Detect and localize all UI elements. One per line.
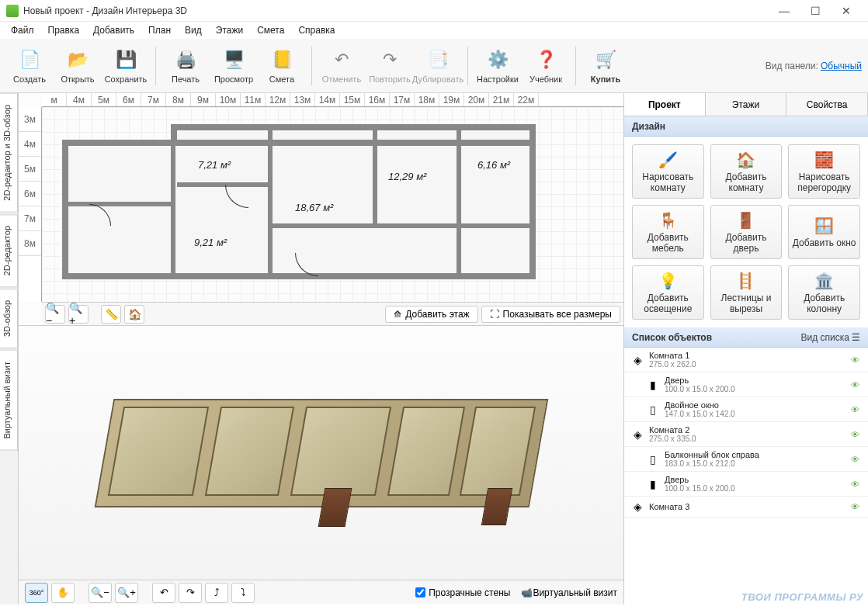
panel-mode-link[interactable]: Обычный: [821, 61, 862, 71]
room-area: 18,67 м²: [295, 202, 333, 213]
eye-icon[interactable]: 👁: [851, 405, 862, 414]
view3d-canvas[interactable]: [19, 326, 623, 580]
vtab-2d[interactable]: 2D-редактор: [0, 214, 18, 287]
plan-canvas[interactable]: 7,21 м² 18,67 м² 12,29 м² 6,16 м² 9,21 м…: [42, 107, 623, 302]
add-column-button[interactable]: 🏛️Добавить колонну: [788, 265, 860, 320]
inner-wall: [268, 130, 273, 279]
rotate-right-button[interactable]: ↷: [179, 583, 202, 603]
camera-icon: 📹: [521, 587, 533, 598]
create-button[interactable]: 📄Создать: [6, 43, 53, 89]
iso-model: [73, 352, 570, 554]
tab-properties[interactable]: Свойства: [786, 93, 868, 116]
rotate-down-button[interactable]: ⤵: [231, 583, 255, 603]
menu-file[interactable]: Файл: [5, 23, 40, 37]
object-icon: ▯: [646, 452, 660, 466]
menu-edit[interactable]: Правка: [42, 23, 86, 37]
add-lighting-button[interactable]: 💡Добавить освещение: [632, 265, 704, 320]
list-item[interactable]: ◈ Комната 1275.0 x 262.0 👁: [624, 348, 868, 372]
zoom-out-3d-button[interactable]: 🔍−: [89, 583, 112, 603]
home-view-button[interactable]: 🏠: [124, 305, 144, 324]
outer-wall-top: [171, 124, 536, 140]
list-item[interactable]: ◈ Комната 2275.0 x 335.0 👁: [624, 422, 868, 447]
menu-add[interactable]: Добавить: [87, 23, 141, 37]
draw-partition-button[interactable]: 🧱Нарисовать перегородку: [788, 144, 860, 199]
show-dimensions-button[interactable]: ⛶Показывать все размеры: [481, 306, 620, 323]
transparent-walls-checkbox[interactable]: Прозрачные стены: [415, 587, 510, 598]
notebook-icon: 📒: [269, 47, 294, 72]
object-list[interactable]: ◈ Комната 1275.0 x 262.0 👁▮ Дверь100.0 x…: [624, 348, 868, 604]
object-icon: ◈: [630, 428, 644, 442]
separator: [155, 47, 156, 85]
vtab-combo[interactable]: 2D-редактор и 3D-обзор: [0, 93, 18, 213]
maximize-button[interactable]: ☐: [800, 2, 831, 20]
inner-wall: [177, 182, 270, 187]
rotate-360-button[interactable]: 360°: [25, 583, 48, 603]
inner-wall: [373, 130, 377, 227]
add-furniture-button[interactable]: 🪑Добавить мебель: [632, 205, 704, 259]
add-window-button[interactable]: 🪟Добавить окно: [788, 205, 860, 259]
inner-wall: [68, 202, 173, 206]
design-header: Дизайн: [624, 116, 868, 137]
measure-button[interactable]: 📏: [101, 305, 121, 324]
room-area: 6,16 м²: [477, 159, 510, 171]
vtab-3d[interactable]: 3D-обзор: [0, 289, 18, 348]
tab-floors[interactable]: Этажи: [706, 93, 787, 116]
list-item[interactable]: ▮ Дверь100.0 x 15.0 x 200.0 👁: [624, 372, 868, 397]
print-button[interactable]: 🖨️Печать: [162, 43, 209, 89]
plan-2d-view[interactable]: м4м5м6м7м8м9м10м11м12м13м14м15м16м17м18м…: [19, 93, 623, 326]
menu-estimate[interactable]: Смета: [251, 23, 290, 37]
undo-button[interactable]: ↶Отменить: [318, 43, 365, 89]
minimize-button[interactable]: —: [769, 2, 800, 20]
duplicate-button[interactable]: 📑Дублировать: [415, 43, 461, 89]
open-button[interactable]: 📂Открыть: [54, 43, 101, 89]
window-title: Новый проект - Дизайн Интерьера 3D: [23, 5, 769, 16]
zoom-out-button[interactable]: 🔍−: [45, 305, 65, 324]
list-item[interactable]: ▮ Дверь100.0 x 15.0 x 200.0 👁: [624, 472, 868, 497]
estimate-button[interactable]: 📒Смета: [259, 43, 305, 89]
eye-icon[interactable]: 👁: [851, 430, 862, 439]
list-item[interactable]: ▯ Двойное окно147.0 x 15.0 x 142.0 👁: [624, 397, 868, 422]
buy-button[interactable]: 🛒Купить: [582, 43, 629, 89]
stairs-button[interactable]: 🪜Лестницы и вырезы: [710, 265, 783, 320]
eye-icon[interactable]: 👁: [851, 480, 862, 489]
floorplan[interactable]: 7,21 м² 18,67 м² 12,29 м² 6,16 м² 9,21 м…: [62, 124, 536, 279]
right-panel: Проект Этажи Свойства Дизайн 🖌️Нарисоват…: [623, 93, 868, 604]
new-icon: 📄: [17, 47, 42, 72]
vertical-tabs: 2D-редактор и 3D-обзор 2D-редактор 3D-об…: [0, 93, 19, 604]
tab-project[interactable]: Проект: [624, 93, 706, 116]
add-room-button[interactable]: 🏠Добавить комнату: [710, 144, 783, 199]
door-icon: 🚪: [736, 211, 755, 230]
menu-help[interactable]: Справка: [292, 23, 341, 37]
settings-button[interactable]: ⚙️Настройки: [474, 43, 521, 89]
column-icon: 🏛️: [814, 272, 834, 290]
list-icon: ☰: [852, 332, 860, 343]
menu-view[interactable]: Вид: [179, 23, 208, 37]
add-floor-button[interactable]: ⟰Добавить этаж: [385, 306, 477, 323]
pan-button[interactable]: ✋: [51, 583, 75, 603]
draw-room-button[interactable]: 🖌️Нарисовать комнату: [632, 144, 704, 199]
menu-plan[interactable]: План: [142, 23, 177, 37]
eye-icon[interactable]: 👁: [851, 355, 862, 365]
inner-wall: [457, 130, 461, 279]
list-item[interactable]: ▯ Балконный блок справа183.0 x 15.0 x 21…: [624, 447, 868, 472]
redo-button[interactable]: ↷Повторить: [366, 43, 413, 89]
tutorial-button[interactable]: ❓Учебник: [523, 43, 569, 89]
list-item[interactable]: ◈ Комната 3 👁: [624, 497, 868, 518]
menu-floors[interactable]: Этажи: [210, 23, 249, 37]
window-icon: 🪟: [814, 216, 834, 235]
rotate-left-button[interactable]: ↶: [152, 583, 175, 603]
eye-icon[interactable]: 👁: [851, 455, 862, 464]
preview-button[interactable]: 🖥️Просмотр: [210, 43, 257, 89]
separator: [311, 47, 312, 85]
vtab-virtual[interactable]: Виртуальный визит: [0, 350, 18, 451]
add-door-button[interactable]: 🚪Добавить дверь: [710, 205, 783, 259]
eye-icon[interactable]: 👁: [851, 502, 862, 511]
virtual-visit-button[interactable]: 📹Виртуальный визит: [521, 587, 617, 598]
rotate-up-button[interactable]: ⤴: [205, 583, 228, 603]
zoom-in-3d-button[interactable]: 🔍+: [115, 583, 138, 603]
save-button[interactable]: 💾Сохранить: [102, 43, 149, 89]
eye-icon[interactable]: 👁: [851, 380, 862, 390]
zoom-in-button[interactable]: 🔍+: [68, 305, 89, 324]
list-mode-link[interactable]: Вид списка ☰: [801, 332, 860, 343]
close-button[interactable]: ✕: [831, 2, 862, 20]
